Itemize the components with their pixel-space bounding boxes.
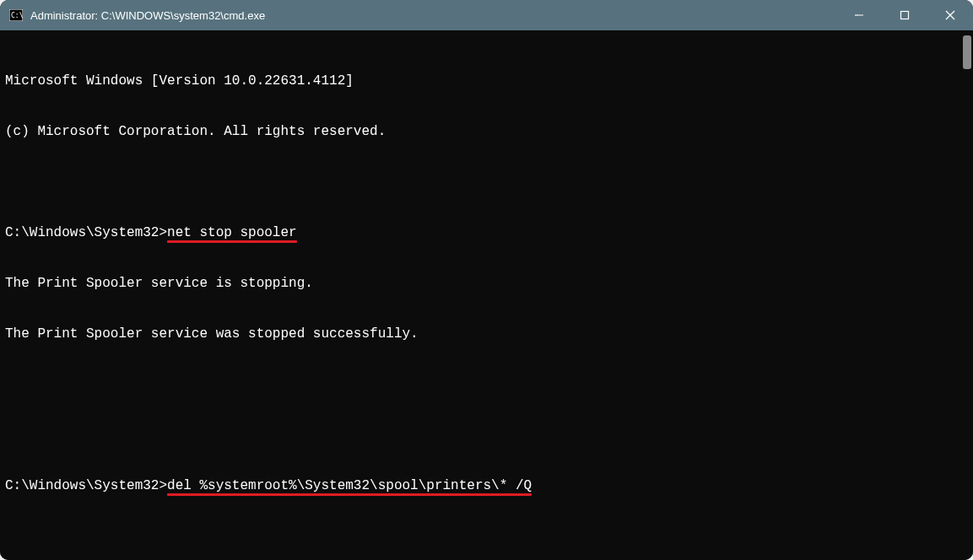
response-line: The Print Spooler service was stopped su… [5,326,968,342]
window-controls [836,0,973,30]
minimize-button[interactable] [836,0,882,30]
window-title: Administrator: C:\WINDOWS\system32\cmd.e… [30,9,265,22]
prompt-path: C:\Windows\System32> [5,225,167,240]
command-del-spool: del %systemroot%\System32\spool\printers… [167,477,532,494]
command-net-stop-spooler: net stop spooler [167,224,297,241]
svg-text:C:\: C:\ [11,12,23,19]
banner-copyright: (c) Microsoft Corporation. All rights re… [5,123,968,140]
command-prompt-window: C:\ Administrator: C:\WINDOWS\system32\c… [0,0,973,560]
prompt-line-1: C:\Windows\System32>net stop spooler [5,224,968,241]
banner-version: Microsoft Windows [Version 10.0.22631.41… [5,73,968,89]
scrollbar-thumb[interactable] [963,35,971,69]
titlebar[interactable]: C:\ Administrator: C:\WINDOWS\system32\c… [0,0,973,30]
cmd-icon: C:\ [8,8,24,23]
close-button[interactable] [927,0,973,30]
svg-rect-3 [901,12,909,19]
terminal-output[interactable]: Microsoft Windows [Version 10.0.22631.41… [0,30,973,560]
prompt-path: C:\Windows\System32> [5,478,167,493]
response-line: The Print Spooler service is stopping. [5,275,968,292]
maximize-button[interactable] [882,0,927,30]
prompt-line-2: C:\Windows\System32>del %systemroot%\Sys… [5,477,968,494]
